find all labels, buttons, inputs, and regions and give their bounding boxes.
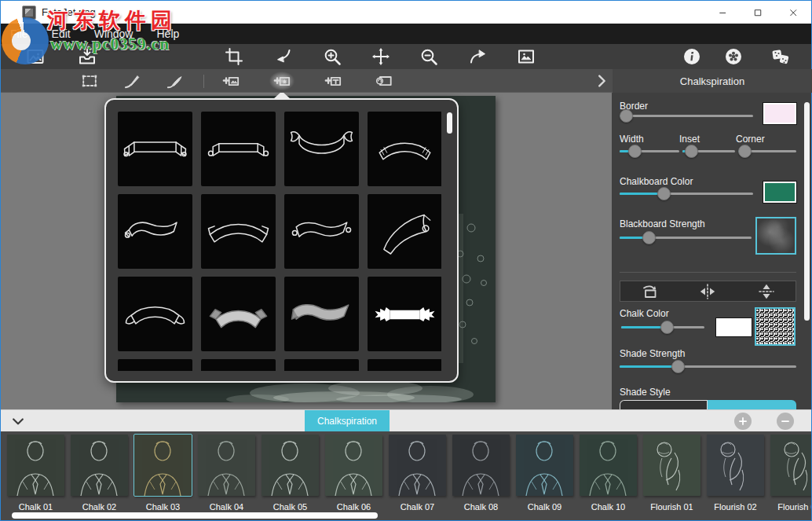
slider-thumb[interactable] [620, 109, 633, 123]
share-icon[interactable] [768, 46, 793, 68]
slider-thumb[interactable] [685, 145, 698, 158]
clipart-tile-banner-05[interactable] [118, 194, 192, 269]
template-thumb-image[interactable] [71, 435, 128, 496]
clipart-tile-banner-08[interactable] [368, 194, 441, 269]
rotate-clipart-icon[interactable] [639, 283, 660, 300]
clipart-tile-banner-09[interactable] [118, 277, 192, 351]
clipart-tile-banner-12[interactable] [368, 277, 441, 351]
slider-thumb[interactable] [628, 145, 642, 158]
slider-thumb[interactable] [671, 360, 685, 373]
blackboard-texture-swatch[interactable] [755, 217, 796, 255]
import-icon[interactable] [75, 46, 100, 68]
crop-icon[interactable] [221, 46, 247, 68]
blackboard-strength-slider[interactable] [620, 230, 752, 245]
rotate-icon[interactable] [271, 46, 296, 68]
border-slider[interactable] [620, 108, 753, 123]
menu-help[interactable]: Help [156, 28, 179, 40]
template-thumb-image[interactable] [516, 435, 573, 496]
slider-track[interactable] [620, 115, 753, 117]
tab-reverse[interactable]: Reverse [708, 400, 796, 409]
shade-strength-slider[interactable] [620, 359, 796, 374]
info-icon[interactable] [679, 46, 704, 68]
slider-thumb[interactable] [642, 231, 656, 244]
clipart-tile-banner-10[interactable] [201, 277, 276, 351]
slider-thumb[interactable] [660, 321, 674, 334]
zoom-out-thumbs-button[interactable] [777, 413, 794, 430]
add-clipart-tool-icon[interactable] [269, 72, 294, 90]
photo-frame-icon[interactable] [514, 46, 539, 68]
menu-window[interactable]: Window [94, 28, 134, 40]
add-photo-tool-icon[interactable] [218, 72, 243, 90]
slider-thumb[interactable] [738, 145, 752, 158]
background-tool-icon[interactable] [371, 72, 397, 90]
menu-file[interactable]: File [10, 28, 28, 40]
template-thumb-flourish-03[interactable]: Flourish 03 [770, 435, 811, 512]
chalk-texture-swatch[interactable] [755, 307, 796, 346]
tab-normal[interactable]: Normal [620, 400, 708, 409]
template-thumb-image[interactable] [452, 435, 510, 496]
clipart-tile-banner-15[interactable] [284, 359, 359, 371]
slider-thumb[interactable] [657, 187, 671, 200]
template-thumb-image[interactable] [198, 435, 255, 496]
add-text-tool-icon[interactable] [320, 72, 346, 90]
redo-icon[interactable] [465, 46, 490, 68]
template-thumb-image[interactable] [389, 435, 446, 496]
inset-slider[interactable] [682, 144, 735, 159]
clipart-tile-banner-02[interactable] [201, 112, 276, 186]
template-thumb-image[interactable] [325, 435, 382, 496]
template-thumb-flourish-01[interactable]: Flourish 01 [643, 435, 700, 512]
panel-scrollbar[interactable] [804, 102, 810, 321]
border-color-swatch[interactable] [763, 103, 796, 124]
clipart-tile-banner-01[interactable] [118, 112, 192, 186]
popup-scrollbar[interactable] [447, 112, 452, 134]
clipart-tile-banner-04[interactable] [368, 112, 441, 186]
template-thumb-chalk-09[interactable]: Chalk 09 [516, 435, 573, 512]
select-tool-icon[interactable] [77, 72, 102, 90]
draw-tool-icon[interactable] [120, 72, 145, 90]
flip-vertical-icon[interactable] [756, 283, 777, 300]
close-button[interactable] [776, 1, 811, 24]
template-thumb-image[interactable] [7, 435, 64, 496]
template-thumb-chalk-01[interactable]: Chalk 01 [7, 435, 64, 512]
chalk-color-slider[interactable] [621, 320, 704, 335]
corner-slider[interactable] [738, 144, 796, 159]
width-slider[interactable] [620, 144, 679, 159]
clipart-tile-banner-11[interactable] [284, 277, 359, 351]
chalk-color-swatch[interactable] [716, 318, 752, 336]
open-photo-icon[interactable] [23, 46, 48, 68]
template-thumb-chalk-05[interactable]: Chalk 05 [262, 435, 319, 512]
settings-icon[interactable] [721, 46, 746, 68]
template-thumb-chalk-07[interactable]: Chalk 07 [389, 435, 446, 512]
clipart-tile-banner-06[interactable] [201, 194, 276, 269]
template-thumb-chalk-10[interactable]: Chalk 10 [580, 435, 637, 512]
clipart-tile-banner-13[interactable] [118, 359, 192, 371]
template-thumb-chalk-08[interactable]: Chalk 08 [452, 435, 510, 512]
maximize-button[interactable] [741, 1, 776, 24]
menu-edit[interactable]: Edit [52, 28, 71, 40]
template-thumb-flourish-02[interactable]: Flourish 02 [707, 435, 764, 512]
zoom-in-thumbs-button[interactable] [734, 413, 752, 430]
zoom-in-icon[interactable] [320, 46, 345, 68]
move-icon[interactable] [368, 46, 393, 68]
paint-tool-icon[interactable] [163, 72, 188, 90]
template-thumb-chalk-03[interactable]: Chalk 03 [134, 435, 192, 512]
template-thumb-image[interactable] [770, 435, 811, 496]
template-thumb-image[interactable] [707, 435, 764, 496]
template-thumb-chalk-02[interactable]: Chalk 02 [71, 435, 128, 512]
clipart-tile-banner-14[interactable] [201, 359, 276, 371]
template-thumb-image[interactable] [643, 435, 700, 496]
category-button[interactable]: Chalkspiration [305, 410, 390, 432]
minimize-button[interactable] [705, 1, 741, 24]
template-thumb-chalk-06[interactable]: Chalk 06 [325, 435, 382, 512]
chevron-down-icon[interactable] [10, 413, 26, 429]
clipart-tile-banner-16[interactable] [368, 359, 441, 371]
template-thumb-image[interactable] [134, 435, 192, 496]
template-thumb-chalk-04[interactable]: Chalk 04 [198, 435, 255, 512]
chalkboard-color-swatch[interactable] [763, 182, 796, 203]
template-thumb-image[interactable] [580, 435, 637, 496]
flip-horizontal-icon[interactable] [697, 283, 718, 300]
clipart-tile-banner-03[interactable] [284, 112, 359, 186]
zoom-out-icon[interactable] [416, 46, 441, 68]
chevron-right-icon[interactable] [589, 72, 614, 90]
filmstrip-scrollbar[interactable] [12, 512, 378, 519]
